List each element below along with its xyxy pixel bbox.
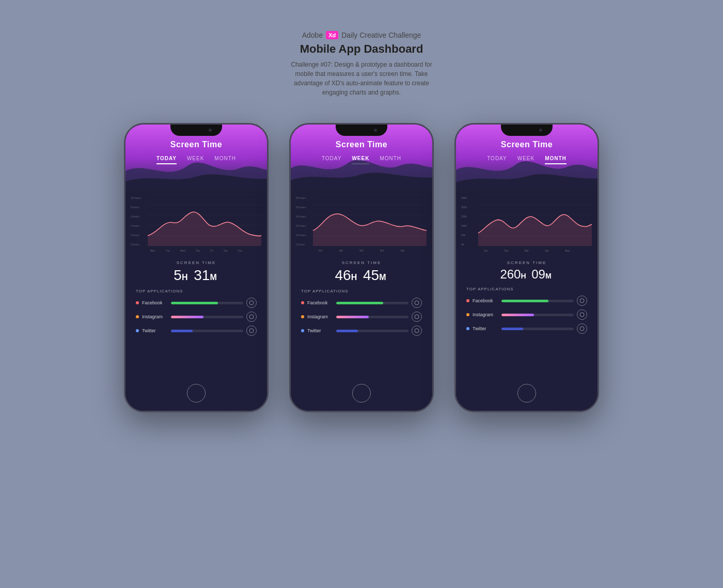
app-name-facebook: Facebook <box>142 300 168 305</box>
app-row-instagram-month: Instagram <box>466 310 587 320</box>
side-button-left-3-2 <box>289 207 290 225</box>
app-bar-twitter-month <box>501 328 574 330</box>
app-bar-facebook <box>171 302 243 304</box>
side-button-left-3-3 <box>454 207 455 225</box>
side-button-left-2 <box>124 184 125 202</box>
home-button[interactable] <box>187 384 206 403</box>
app-bar-instagram-month <box>501 314 574 316</box>
app-icon-instagram[interactable] <box>246 312 257 322</box>
screen-time-label-today: SCREEN TIME <box>136 260 257 265</box>
chart-svg-today <box>147 194 262 246</box>
top-apps-label-week: TOP APPLICATIONS <box>301 289 422 293</box>
phone-month: Screen Time TODAY WEEK MONTH 400h 300h 2… <box>454 123 599 412</box>
y-label: 4 hours <box>131 224 145 227</box>
notch-dot-2 <box>374 129 377 132</box>
home-button-2[interactable] <box>352 384 371 403</box>
app-row-twitter-month: Twitter <box>466 323 587 334</box>
page-description: Challenge #07: Design & prototype a dash… <box>284 60 439 97</box>
xd-badge: Xd <box>326 31 338 39</box>
phone-frame-month: Screen Time TODAY WEEK MONTH 400h 300h 2… <box>454 123 599 412</box>
app-icon-instagram-month[interactable] <box>577 310 587 320</box>
screen-time-value-month: 260H 09M <box>466 267 587 282</box>
chart-section-today: 10 hours 8 hours 6 hours 4 hours 2 hours… <box>125 192 267 254</box>
hours-value: 5 <box>174 267 182 283</box>
svg-point-7 <box>249 315 254 319</box>
phone-frame-week: Screen Time TODAY WEEK MONTH 80 hours 60… <box>289 123 434 412</box>
app-name-facebook-month: Facebook <box>473 298 498 303</box>
app-dot-twitter <box>136 329 139 332</box>
svg-point-26 <box>580 327 584 331</box>
app-row-twitter-today: Twitter <box>136 326 257 336</box>
phone-notch-2 <box>336 125 387 136</box>
app-icon-twitter[interactable] <box>246 326 257 336</box>
app-bar-facebook-month <box>501 300 574 302</box>
svg-point-17 <box>415 329 419 333</box>
notch-dot <box>209 129 212 132</box>
app-bar-instagram <box>171 316 243 318</box>
side-button-right-2 <box>433 176 434 197</box>
top-apps-label-today: TOP APPLICATIONS <box>136 289 257 293</box>
app-dot-facebook-week <box>301 301 304 304</box>
app-row-twitter-week: Twitter <box>301 326 422 336</box>
app-icon-twitter-week[interactable] <box>412 326 422 336</box>
app-icon-facebook-month[interactable] <box>577 296 587 306</box>
x-axis-labels: Mon Tue Wed Thu Fri Sat Sun <box>131 248 262 254</box>
y-label: 8 hours <box>131 206 145 209</box>
screen-time-value-week: 46H 45M <box>301 267 422 284</box>
y-label: 2 hours <box>131 234 145 237</box>
side-button-left-2-3 <box>454 184 455 202</box>
phone-frame-today: Screen Time TODAY WEEK MONTH 10 hours 8 … <box>124 123 269 412</box>
side-button-left-1 <box>124 166 125 179</box>
phone-week: Screen Time TODAY WEEK MONTH 80 hours 60… <box>289 123 434 412</box>
svg-point-8 <box>249 329 254 333</box>
app-row-facebook-today: Facebook <box>136 298 257 308</box>
chart-svg-month <box>478 194 592 246</box>
screen-time-label-month: SCREEN TIME <box>466 260 587 265</box>
chart-section-week: 80 hours 60 hours 40 hours 20 hours 10 h… <box>291 192 432 254</box>
phone-notch-3 <box>501 125 553 136</box>
home-button-area-2 <box>291 379 432 411</box>
app-dot-instagram <box>136 315 139 318</box>
chart-canvas-month <box>478 194 592 248</box>
hours-value-month: 260 <box>500 267 521 281</box>
app-dot-twitter-month <box>466 327 469 330</box>
x-axis-labels-2: W1 W2 W3 W4 W5 <box>296 248 427 254</box>
app-icon-twitter-month[interactable] <box>577 323 587 334</box>
top-apps-label-month: TOP APPLICATIONS <box>466 287 587 291</box>
phone-screen-month: Screen Time TODAY WEEK MONTH 400h 300h 2… <box>456 125 598 411</box>
home-button-area <box>125 379 267 411</box>
y-axis-labels-3: 400h 300h 200h 100h 50h 0h <box>461 194 476 248</box>
stats-section-today: SCREEN TIME 5H 31M TOP APPLICATIONS Face… <box>125 254 267 379</box>
side-button-left-3 <box>124 207 125 225</box>
phone-today: Screen Time TODAY WEEK MONTH 10 hours 8 … <box>124 123 269 412</box>
app-icon-facebook[interactable] <box>246 298 257 308</box>
chart-section-month: 400h 300h 200h 100h 50h 0h <box>456 192 598 254</box>
phone-notch <box>170 125 222 136</box>
app-row-instagram-today: Instagram <box>136 312 257 322</box>
app-row-facebook-month: Facebook <box>466 296 587 306</box>
svg-point-24 <box>580 299 584 303</box>
stats-section-week: SCREEN TIME 46H 45M TOP APPLICATIONS Fac… <box>291 254 432 379</box>
app-name-instagram-week: Instagram <box>307 314 333 319</box>
minutes-value-month: 09 <box>531 267 545 281</box>
app-icon-facebook-week[interactable] <box>412 298 422 308</box>
home-button-area-3 <box>456 379 598 411</box>
svg-point-25 <box>580 313 584 317</box>
home-button-3[interactable] <box>517 384 536 403</box>
svg-point-15 <box>415 301 419 305</box>
hours-value-week: 46 <box>335 267 351 283</box>
app-bar-instagram-week <box>336 316 408 318</box>
app-bar-twitter <box>171 330 243 332</box>
app-dot-instagram-week <box>301 315 304 318</box>
y-label: 10 hours <box>131 196 145 199</box>
challenge-label: Daily Creative Challenge <box>341 31 421 39</box>
y-axis-labels: 10 hours 8 hours 6 hours 4 hours 2 hours… <box>131 194 145 248</box>
svg-point-6 <box>249 301 254 305</box>
app-icon-instagram-week[interactable] <box>412 312 422 322</box>
phones-container: Screen Time TODAY WEEK MONTH 10 hours 8 … <box>124 123 599 412</box>
notch-dot-3 <box>539 129 542 132</box>
minutes-value-week: 45 <box>363 267 379 283</box>
chart-canvas-today <box>147 194 262 248</box>
page-title: Mobile App Dashboard <box>284 42 439 56</box>
page-header: Adobe Xd Daily Creative Challenge Mobile… <box>284 31 439 97</box>
